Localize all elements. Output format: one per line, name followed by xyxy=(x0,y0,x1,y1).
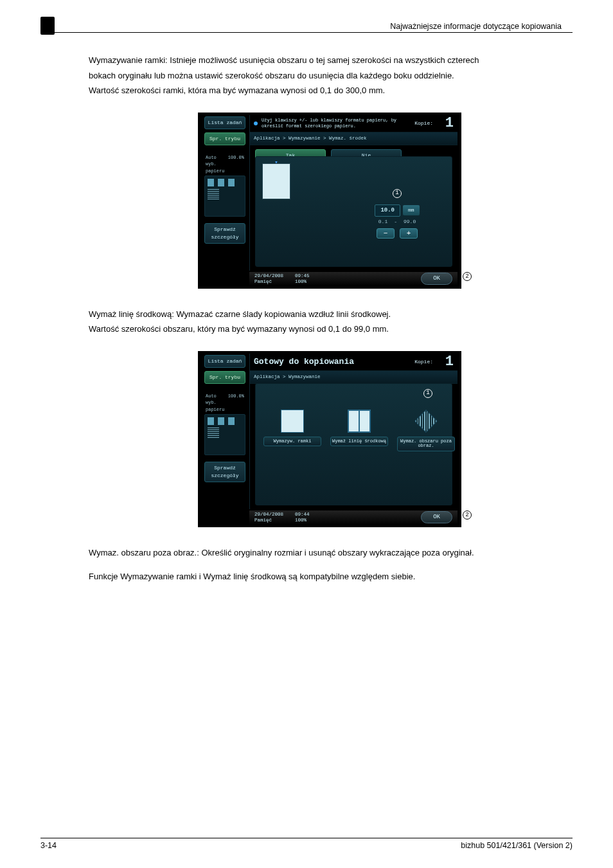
side-column: Lista zadań Spr. trybu Auto wyb. papieru… xyxy=(204,355,245,486)
ok-button[interactable]: OK xyxy=(421,511,452,524)
footer-date: 29/04/2008 xyxy=(254,512,283,518)
callout-1: 1 xyxy=(423,389,432,398)
page-number: 3-14 xyxy=(40,841,57,850)
range-max: 99.0 xyxy=(404,218,416,226)
main-area: Użyj klawiszy +/- lub klawiszy formatu p… xyxy=(249,115,458,271)
footer-time: 09:45 xyxy=(295,273,310,279)
paper-auto-status: Auto wyb. papieru 100.0% xyxy=(204,393,245,413)
copier-screen-erase-center: Lista zadań Spr. trybu Auto wyb. papieru… xyxy=(198,113,461,289)
portrait-icon xyxy=(218,179,224,186)
paragraph-1-line-2: bokach oryginału lub można ustawić szero… xyxy=(89,69,571,82)
copies-label: Kopie: xyxy=(414,120,433,127)
unit-button[interactable]: mm xyxy=(403,205,420,215)
portrait-icon xyxy=(228,179,235,186)
top-bar: Użyj klawiszy +/- lub klawiszy formatu p… xyxy=(250,115,458,132)
status-message: Użyj klawiszy +/- lub klawiszy formatu p… xyxy=(262,118,411,129)
portrait-icon xyxy=(208,179,214,186)
main-content: Wymazywanie ramki: Istnieje możliwość us… xyxy=(89,54,571,586)
check-details-button[interactable]: Sprawdź szczegóły xyxy=(204,223,245,244)
page-preview: ▾ xyxy=(262,163,290,199)
top-bar: Gotowy do kopiowania Kopie: 1 xyxy=(250,354,458,370)
plus-button[interactable]: + xyxy=(400,228,418,239)
portrait-icon xyxy=(218,417,224,425)
range-sep: - xyxy=(394,218,397,226)
paragraph-1-line-3: Wartość szerokości ramki, która ma być w… xyxy=(89,84,571,97)
footer-rule xyxy=(40,838,573,838)
paragraph-4: Funkcje Wymazywanie ramki i Wymaż linię … xyxy=(89,570,571,583)
option-center-erase[interactable]: Wymaż linię środkową xyxy=(330,410,388,451)
portrait-icon xyxy=(228,417,235,425)
callout-2: 2 xyxy=(463,272,472,281)
auto-paper-label: Auto wyb. papieru xyxy=(206,154,228,175)
status-led-icon xyxy=(254,122,258,125)
outside-erase-icon xyxy=(414,410,438,433)
side-column: Lista zadań Spr. trybu Auto wyb. papieru… xyxy=(204,116,245,248)
footer-memory-value: 100% xyxy=(295,279,310,285)
product-version: bizhub 501/421/361 (Version 2) xyxy=(461,841,573,850)
footer-time: 09:44 xyxy=(295,512,310,518)
center-erase-icon xyxy=(348,410,371,433)
chapter-number: 3 xyxy=(40,18,48,33)
work-area: ▾ 1 10.0 mm 0.1 - 99.0 − + xyxy=(255,156,452,267)
header-rule xyxy=(40,32,573,33)
paper-auto-status: Auto wyb. papieru 100.0% xyxy=(204,154,245,175)
frame-erase-icon xyxy=(281,410,304,433)
erase-options: Wymazyw. ramki Wymaż linię środkową Wyma… xyxy=(263,410,444,451)
paragraph-3: Wymaz. obszaru poza obraz.: Określić ory… xyxy=(89,547,571,559)
option-outside-label: Wymaz. obszaru poza obraz. xyxy=(397,437,455,451)
option-outside-erase[interactable]: Wymaz. obszaru poza obraz. xyxy=(397,410,455,451)
side-preview-icons xyxy=(204,414,245,455)
header-title: Najważniejsze informacje dotyczące kopio… xyxy=(390,22,562,31)
footer-memory-label: Pamięć xyxy=(254,279,283,285)
minus-button[interactable]: − xyxy=(377,228,395,239)
range-min: 0.1 xyxy=(378,218,387,226)
main-area: Gotowy do kopiowania Kopie: 1 Aplikacja … xyxy=(249,354,458,509)
footer-memory-label: Pamięć xyxy=(254,518,283,523)
pages-icon xyxy=(208,189,219,199)
callout-1: 1 xyxy=(393,189,402,198)
check-details-button[interactable]: Sprawdź szczegóły xyxy=(204,462,245,482)
copier-screen-erase-menu: Lista zadań Spr. trybu Auto wyb. papieru… xyxy=(198,351,461,527)
paragraph-2-line-2: Wartość szerokości obszaru, który ma być… xyxy=(89,323,571,336)
paragraph-2-line-1: Wymaż linię środkową: Wymazać czarne śla… xyxy=(89,308,571,321)
option-frame-label: Wymazyw. ramki xyxy=(263,437,321,447)
zoom-percent: 100.0% xyxy=(228,393,244,413)
copies-count: 1 xyxy=(438,351,454,372)
arrow-down-icon: ▾ xyxy=(274,159,278,168)
zoom-percent: 100.0% xyxy=(228,154,244,175)
job-list-button[interactable]: Lista zadań xyxy=(204,116,245,129)
erase-width-value: 10.0 xyxy=(375,204,400,217)
screen-footer: 29/04/2008 Pamięć 09:45 100% OK xyxy=(249,272,458,286)
side-preview-icons xyxy=(204,176,245,217)
paragraph-1-line-1: Wymazywanie ramki: Istnieje możliwość us… xyxy=(89,54,571,67)
callout-2: 2 xyxy=(463,511,472,520)
pages-icon xyxy=(208,428,219,438)
option-center-label: Wymaż linię środkową xyxy=(330,437,388,447)
breadcrumb: Aplikacja > Wymazywanie xyxy=(250,370,458,384)
auto-paper-label: Auto wyb. papieru xyxy=(206,393,228,413)
portrait-icon xyxy=(208,417,214,425)
footer-memory-value: 100% xyxy=(295,518,310,523)
option-frame-erase[interactable]: Wymazyw. ramki xyxy=(263,410,321,451)
copies-count: 1 xyxy=(438,113,454,134)
check-mode-button[interactable]: Spr. trybu xyxy=(204,371,245,384)
screen-footer: 29/04/2008 Pamięć 09:44 100% OK xyxy=(249,511,458,525)
ok-button[interactable]: OK xyxy=(421,273,452,285)
work-area: 1 Wymazyw. ramki Wymaż linię środkową Wy… xyxy=(255,383,452,505)
check-mode-button[interactable]: Spr. trybu xyxy=(204,132,245,145)
job-list-button[interactable]: Lista zadań xyxy=(204,355,245,368)
ready-message: Gotowy do kopiowania xyxy=(254,356,411,368)
copies-label: Kopie: xyxy=(414,358,433,366)
footer-date: 29/04/2008 xyxy=(254,273,283,279)
breadcrumb: Aplikacja > Wymazywanie > Wymaz. środek xyxy=(250,132,458,145)
value-controls: 1 10.0 mm 0.1 - 99.0 − + xyxy=(359,189,436,239)
